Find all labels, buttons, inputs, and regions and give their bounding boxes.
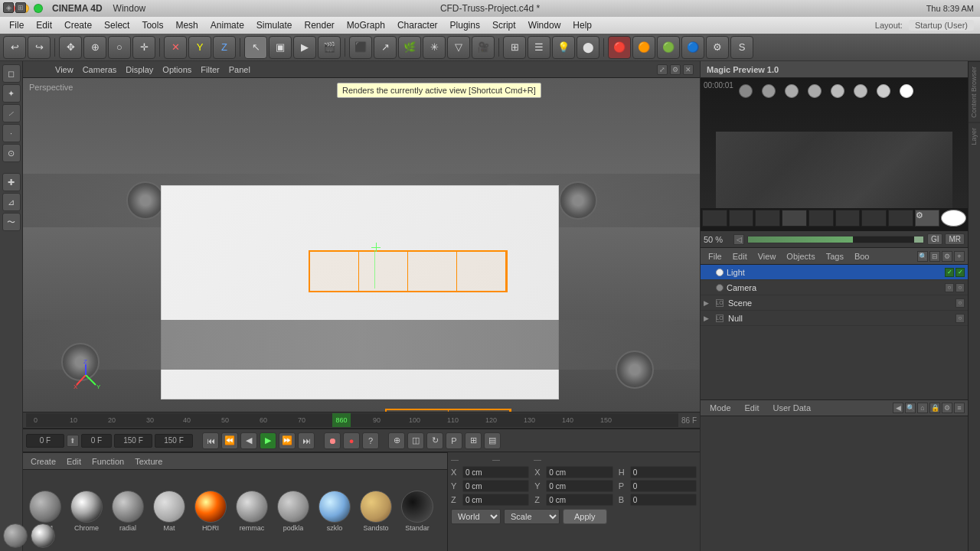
material-sandsto[interactable]: Sandsto [357,491,395,532]
scene-expand-icon[interactable]: ▶ [704,299,713,307]
material-radial[interactable]: radial [109,491,147,532]
auto-key-button[interactable]: ● [343,432,360,449]
grid-button[interactable]: ⊞ [465,432,482,449]
content-browser-tab[interactable]: Content Browser [969,61,980,122]
menu-animate[interactable]: Animate [204,18,250,32]
scale-tool-button[interactable]: ⊕ [83,36,106,59]
menu-edit[interactable]: Edit [30,18,58,32]
null-expand-icon[interactable]: ▶ [704,315,713,322]
camera-visible-icon[interactable]: ○ [945,283,954,292]
progress-track[interactable] [747,236,924,243]
menu-help[interactable]: Help [567,18,598,32]
frame-5[interactable] [808,210,834,227]
object-scene-item[interactable]: ▶ LO Scene ○ [701,295,968,311]
menu-window[interactable]: Window [522,18,567,32]
start-frame-field[interactable]: 0 F [81,434,112,448]
panel-menu[interactable]: Panel [224,64,255,75]
material-chrome[interactable]: Chrome [67,491,106,532]
attr-settings-icon[interactable]: ⚙ [942,403,952,413]
play-forward-button[interactable]: ▶ [260,432,276,449]
preview-light-4[interactable] [808,84,822,98]
mr-button[interactable]: MR [945,233,965,245]
frame-4[interactable] [782,210,807,227]
menu-script[interactable]: Script [486,18,522,32]
object-light-item[interactable]: Light ✓ ✓ [701,265,968,280]
cursor-tool-button[interactable]: ↖ [244,36,267,59]
preview-light-3[interactable] [785,84,799,98]
obj-settings-icon[interactable]: ⚙ [942,251,952,262]
deformer-button[interactable]: ↗ [374,36,397,59]
object-tool-button[interactable]: ✕ [164,36,187,59]
render-active-button[interactable]: 🎬 [318,36,341,59]
z-rotation-field[interactable]: 0 cm [546,494,612,506]
obj-add-icon[interactable]: + [954,251,965,262]
axis-tool-button[interactable]: ✚ [2,173,21,191]
viewport-3d[interactable]: X Y Z Perspective [23,78,700,412]
apply-button[interactable]: Apply [563,509,607,524]
move-key-button[interactable]: ⊕ [388,432,405,449]
material-remmac[interactable]: remmac [233,491,271,532]
mat-create-tab[interactable]: Create [26,456,60,467]
frame-7[interactable] [861,210,887,227]
null-visible-icon[interactable]: ○ [956,314,965,323]
display-menu[interactable]: Display [121,64,158,75]
attr-home-icon[interactable]: ⌂ [917,403,928,413]
undo-button[interactable]: ↩ [3,36,26,59]
obj-filter-icon[interactable]: ⊟ [929,251,940,262]
fps-field[interactable]: 150 F [155,434,193,448]
maximize-button[interactable] [34,4,43,13]
model-tool-button[interactable]: Y [188,36,211,59]
menu-mograph[interactable]: MoGraph [341,18,391,32]
extra-btn-5[interactable]: ⚙ [706,36,729,59]
play-fast-button[interactable]: ⏩ [279,432,296,449]
scale-key-button[interactable]: ↻ [426,432,443,449]
object-null-item[interactable]: ▶ LO Null ○ [701,311,968,326]
mat-small-2[interactable] [31,523,55,548]
render-view-button[interactable]: ▶ [293,36,316,59]
vp-fullscreen-icon[interactable]: ⤢ [657,64,668,75]
group-tool-button[interactable]: ⊿ [2,193,21,211]
obj-objects-tab[interactable]: Objects [782,251,819,262]
viewport-toggle-button[interactable]: ⊞ [503,36,526,59]
select-tool-button[interactable]: ◻ [2,64,21,83]
menu-character[interactable]: Character [391,18,444,32]
menu-mesh[interactable]: Mesh [169,18,204,32]
mode-tab[interactable]: Mode [704,403,737,413]
timeline-track[interactable]: 0 10 20 30 40 50 60 70 80 860 90 100 110… [26,413,678,427]
world-dropdown[interactable]: World Local Screen [451,509,501,524]
rotate-key-button[interactable]: ◫ [407,432,424,449]
frame-6[interactable] [835,210,861,227]
timeline-toggle-button[interactable]: ▤ [484,432,501,449]
mat-texture-tab[interactable]: Texture [130,456,167,467]
light-visible-icon[interactable]: ✓ [945,268,954,277]
preview-light-7[interactable] [877,84,890,98]
obj-boo-tab[interactable]: Boo [850,251,874,262]
vp-settings-icon[interactable]: ⚙ [670,64,681,75]
particle-button[interactable]: ✳ [423,36,446,59]
help-button[interactable]: ? [362,432,379,449]
prev-frame-button[interactable]: ⏪ [221,432,238,449]
current-frame-field[interactable]: 0 F [26,434,64,448]
filter-menu[interactable]: Filter [196,64,224,75]
param-button[interactable]: P [446,432,462,449]
material-button[interactable]: ⬤ [577,36,599,59]
obj-file-tab[interactable]: File [704,251,727,262]
cameras-menu[interactable]: Cameras [78,64,122,75]
x-position-field[interactable]: 0 cm [462,466,529,478]
b-field[interactable]: 0 [630,494,697,506]
attr-nav-left-icon[interactable]: ◀ [893,403,903,413]
preview-light-8[interactable] [900,84,913,98]
spline-button[interactable]: 🌿 [398,36,421,59]
material-szklo[interactable]: szklo [315,491,354,532]
preview-light-6[interactable] [854,84,867,98]
object-camera-item[interactable]: Camera ○ ○ [701,280,968,295]
frame-8[interactable] [888,210,913,227]
layout-dropdown[interactable]: Startup (User) [909,20,974,31]
point-tool-button[interactable]: · [2,124,21,142]
window-menu[interactable]: Window [113,3,146,14]
redo-button[interactable]: ↪ [28,36,51,59]
preview-light-2[interactable] [762,84,776,98]
material-mat[interactable]: Mat [150,491,188,532]
mat-small-1[interactable] [23,523,28,548]
frame-2[interactable] [729,210,754,227]
